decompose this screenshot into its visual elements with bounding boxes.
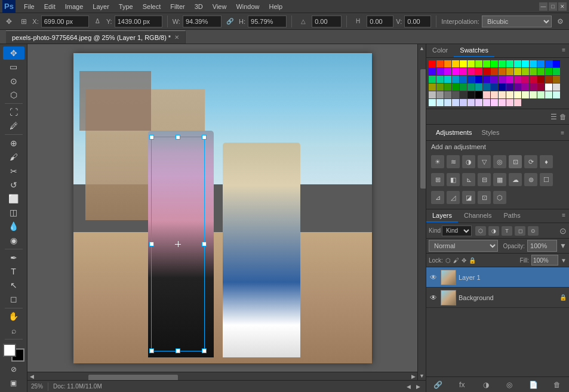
swatch[interactable] — [436, 68, 444, 75]
hskew-field[interactable] — [367, 16, 393, 27]
swatch[interactable] — [506, 68, 513, 75]
tab-layers[interactable]: Layers — [426, 209, 458, 223]
swatch[interactable] — [460, 99, 467, 106]
adj-icon-11[interactable]: ◪ — [462, 191, 475, 204]
swatch[interactable] — [467, 68, 475, 75]
swatch[interactable] — [483, 84, 490, 91]
shape-tool-button[interactable]: ◻ — [3, 292, 24, 305]
menu-image[interactable]: Image — [60, 2, 88, 11]
swatch[interactable] — [553, 76, 560, 83]
swatch[interactable] — [436, 91, 444, 98]
photo-filter-icon[interactable]: ⊞ — [431, 173, 444, 186]
swatch[interactable] — [436, 60, 444, 67]
brush-tool-button[interactable]: 🖌 — [3, 150, 24, 163]
swatch[interactable] — [499, 60, 506, 67]
scroll-right-arrow[interactable]: ▶ — [409, 372, 417, 380]
swatch[interactable] — [522, 76, 529, 83]
tab-color[interactable]: Color — [426, 44, 454, 57]
swatch[interactable] — [545, 91, 552, 98]
swatch[interactable] — [452, 99, 459, 106]
swatch[interactable] — [514, 76, 521, 83]
menu-filter[interactable]: Filter — [165, 2, 189, 11]
lock-pixels-icon[interactable]: 🖌 — [453, 257, 459, 264]
filter-smartobj-icon[interactable]: ⊙ — [528, 226, 539, 236]
dodge-tool-button[interactable]: ◉ — [3, 234, 24, 247]
fill-field[interactable] — [531, 255, 558, 266]
quick-mask-button[interactable]: ⊘ — [3, 362, 24, 375]
swatch[interactable] — [506, 84, 513, 91]
swatch[interactable] — [444, 84, 451, 91]
swatch[interactable] — [491, 84, 498, 91]
screen-mode-button[interactable]: ▣ — [3, 376, 24, 390]
swatch[interactable] — [483, 68, 490, 75]
tab-paths[interactable]: Paths — [498, 209, 527, 223]
swatch[interactable] — [429, 99, 436, 106]
layer-item-layer1[interactable]: 👁 Layer 1 — [426, 267, 569, 288]
hue-saturation-icon[interactable]: ⊡ — [509, 155, 522, 168]
menu-edit[interactable]: Edit — [39, 2, 60, 11]
delete-layer-button[interactable]: 🗑 — [550, 378, 564, 391]
vertical-scrollbar[interactable]: ▲ ▼ — [417, 44, 426, 380]
menu-view[interactable]: View — [208, 2, 232, 11]
horizontal-scrollbar[interactable]: ◀ ▶ — [27, 372, 417, 380]
nav-next-button[interactable]: ▶ — [414, 382, 422, 391]
pen-tool-button[interactable]: ✒ — [3, 251, 24, 264]
swatch[interactable] — [429, 91, 436, 98]
nav-prev-button[interactable]: ◀ — [404, 382, 413, 391]
opacity-arrow[interactable]: ▼ — [559, 242, 567, 250]
swatch[interactable] — [483, 91, 490, 98]
swatch[interactable] — [499, 84, 506, 91]
swatch[interactable] — [436, 99, 444, 106]
swatch[interactable] — [467, 76, 475, 83]
move-tool-button[interactable]: ✥ — [3, 47, 24, 60]
swatch[interactable] — [444, 91, 451, 98]
threshold-icon[interactable]: ☁ — [509, 173, 522, 186]
scroll-left-arrow[interactable]: ◀ — [27, 372, 36, 380]
window-close-button[interactable]: ✕ — [558, 2, 567, 11]
swatch[interactable] — [460, 60, 467, 67]
swatch[interactable] — [467, 84, 475, 91]
swatch[interactable] — [499, 76, 506, 83]
adjustments-collapse-button[interactable]: ≡ — [561, 129, 564, 136]
swatch[interactable] — [491, 99, 498, 106]
gradient-map-icon[interactable]: ⊚ — [524, 173, 537, 186]
fill-arrow[interactable]: ▼ — [561, 257, 567, 264]
levels-icon[interactable]: ≋ — [447, 155, 460, 168]
swatch[interactable] — [444, 76, 451, 83]
blend-mode-dropdown[interactable]: Normal Multiply Screen Overlay — [429, 240, 498, 252]
color-balance-icon[interactable]: ⟳ — [524, 155, 537, 168]
swatch[interactable] — [522, 84, 529, 91]
swatch[interactable] — [452, 60, 459, 67]
swatch[interactable] — [436, 76, 444, 83]
swatch[interactable] — [530, 68, 537, 75]
posterize-icon[interactable]: ▦ — [493, 173, 506, 186]
swatch[interactable] — [475, 91, 482, 98]
exposure-icon[interactable]: ▽ — [478, 155, 491, 168]
filter-adjustment-icon[interactable]: ◑ — [488, 226, 499, 236]
link-layers-button[interactable]: 🔗 — [432, 378, 445, 391]
swatch[interactable] — [506, 99, 513, 106]
color-selector[interactable] — [3, 344, 24, 362]
gear-icon[interactable]: ⚙ — [554, 15, 567, 28]
swatch[interactable] — [475, 84, 482, 91]
swatch[interactable] — [545, 60, 552, 67]
swatch[interactable] — [475, 99, 482, 106]
tab-styles[interactable]: Styles — [477, 127, 505, 138]
opacity-field[interactable] — [527, 240, 557, 252]
brightness-contrast-icon[interactable]: ☀ — [431, 155, 444, 168]
menu-window[interactable]: Window — [231, 2, 264, 11]
w-field[interactable] — [183, 16, 222, 27]
swatch[interactable] — [460, 91, 467, 98]
swatch[interactable] — [467, 99, 475, 106]
blur-tool-button[interactable]: 💧 — [3, 220, 24, 233]
swatch[interactable] — [537, 84, 545, 91]
swatch[interactable] — [452, 68, 459, 75]
lock-position-icon[interactable]: ✥ — [462, 257, 466, 264]
lock-all-icon[interactable]: 🔒 — [469, 257, 476, 264]
layer-visibility-background[interactable]: 👁 — [429, 293, 438, 303]
interpolation-dropdown[interactable]: Bicubic Bilinear Nearest Neighbor — [482, 16, 552, 27]
swatch[interactable] — [522, 68, 529, 75]
curves-icon[interactable]: ◑ — [462, 155, 475, 168]
swatch[interactable] — [475, 76, 482, 83]
layer-mask-button[interactable]: ◑ — [479, 378, 493, 391]
